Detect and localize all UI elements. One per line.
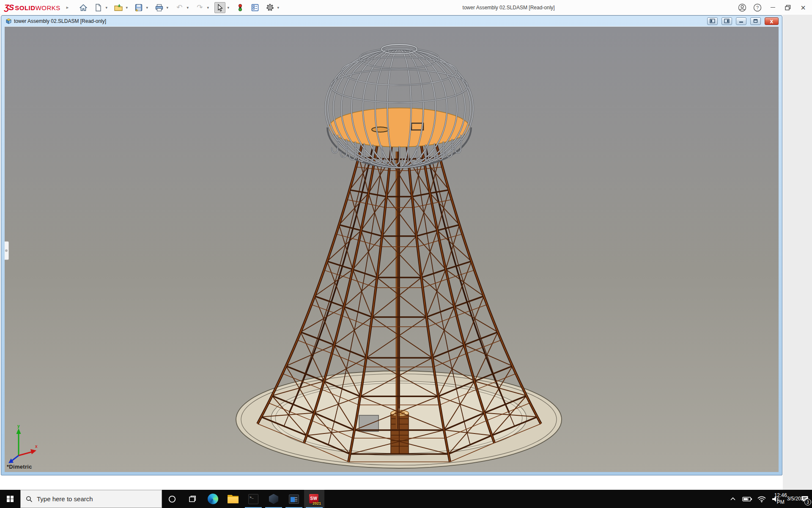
document-window: tower Assembly 02.SLDASM [Read-only] x y… bbox=[1, 15, 782, 475]
doc-split-left-button[interactable] bbox=[707, 17, 718, 25]
windows-taskbar: >_ SW 2021 12:46 PM 3/5/2021 3 bbox=[0, 490, 812, 508]
minimize-button[interactable] bbox=[767, 2, 778, 13]
doc-close-button[interactable]: x bbox=[765, 17, 779, 25]
select-tool-dropdown[interactable]: ▾ bbox=[225, 6, 231, 10]
taskbar-app-file-explorer[interactable] bbox=[223, 490, 243, 508]
doc-close-icon: x bbox=[770, 18, 774, 24]
solidworks-year-badge: 2021 bbox=[313, 501, 321, 505]
feature-tree-collapsed-tab[interactable] bbox=[5, 241, 9, 260]
close-icon: × bbox=[801, 3, 806, 12]
solidworks-logo-bold: SOLID bbox=[15, 4, 35, 11]
tray-time: 12:46 PM bbox=[774, 492, 787, 505]
options-dropdown[interactable]: ▾ bbox=[275, 6, 281, 10]
taskbar-app-hexagon[interactable] bbox=[263, 490, 284, 508]
breadcrumb-chevron-icon[interactable]: ▸ bbox=[66, 5, 69, 10]
app-title-bar: ƷS SOLID WORKS ▸ ▾ ▾ ▾ ▾ ↶ ▾ ↷ ▾ ▾ bbox=[0, 0, 812, 15]
wifi-icon bbox=[757, 496, 766, 502]
edge-icon bbox=[208, 494, 218, 504]
svg-text:?: ? bbox=[756, 5, 759, 10]
tray-wifi-button[interactable] bbox=[754, 490, 769, 508]
redo-dropdown[interactable]: ▾ bbox=[205, 6, 211, 10]
taskbar-app-display[interactable] bbox=[284, 490, 304, 508]
task-view-icon bbox=[188, 495, 197, 503]
cortana-icon bbox=[168, 495, 176, 503]
view-orientation-label: *Dimetric bbox=[7, 464, 32, 470]
minimize-icon bbox=[771, 7, 775, 8]
rebuild-button[interactable] bbox=[235, 2, 246, 13]
print-icon bbox=[155, 3, 164, 12]
solidworks-logo-light: WORKS bbox=[36, 4, 60, 11]
graphics-viewport[interactable]: y x *Dimetric bbox=[5, 26, 779, 472]
new-document-dropdown[interactable]: ▾ bbox=[104, 6, 109, 10]
undo-dropdown[interactable]: ▾ bbox=[185, 6, 190, 10]
document-window-controls: x bbox=[703, 17, 779, 25]
user-account-icon bbox=[738, 3, 747, 12]
gear-icon bbox=[266, 3, 274, 12]
triad-y-label: y bbox=[17, 424, 20, 428]
home-button[interactable] bbox=[78, 2, 89, 13]
search-icon bbox=[26, 496, 33, 502]
save-icon bbox=[134, 3, 143, 12]
select-cursor-icon bbox=[216, 3, 224, 12]
solidworks-icon: SW 2021 bbox=[309, 494, 320, 505]
doc-minimize-icon bbox=[738, 19, 744, 23]
taskbar-app-solidworks[interactable]: SW 2021 bbox=[304, 490, 324, 508]
document-title-bar[interactable]: tower Assembly 02.SLDASM [Read-only] x bbox=[5, 16, 779, 26]
tray-clock[interactable]: 12:46 PM 3/5/2021 bbox=[783, 490, 798, 508]
restore-button[interactable] bbox=[782, 2, 793, 13]
traffic-light-icon bbox=[237, 3, 243, 12]
new-document-icon bbox=[94, 3, 102, 12]
open-dropdown[interactable]: ▾ bbox=[124, 6, 129, 10]
split-pane-left-icon bbox=[710, 19, 715, 23]
undo-button[interactable]: ↶ bbox=[174, 2, 185, 13]
cortana-button[interactable] bbox=[162, 490, 182, 508]
windows-logo-icon bbox=[7, 496, 14, 502]
print-dropdown[interactable]: ▾ bbox=[165, 6, 170, 10]
select-tool-button[interactable] bbox=[214, 2, 225, 13]
solidworks-logo-mark: ƷS bbox=[4, 3, 14, 12]
display-settings-button[interactable] bbox=[250, 2, 261, 13]
new-document-button[interactable] bbox=[93, 2, 104, 13]
redo-icon: ↷ bbox=[197, 3, 203, 12]
model-3d-tower-assembly[interactable] bbox=[5, 27, 779, 472]
tray-chevron-button[interactable] bbox=[726, 490, 740, 508]
solidworks-logo: ƷS SOLID WORKS bbox=[4, 3, 60, 12]
open-button[interactable] bbox=[113, 2, 124, 13]
taskbar-app-edge[interactable] bbox=[203, 490, 223, 508]
print-button[interactable] bbox=[154, 2, 165, 13]
file-explorer-icon bbox=[228, 495, 239, 503]
doc-restore-button[interactable] bbox=[750, 17, 761, 25]
panel-tab-grip-icon bbox=[5, 249, 8, 252]
save-dropdown[interactable]: ▾ bbox=[144, 6, 150, 10]
app-background-right bbox=[783, 15, 812, 490]
document-title: tower Assembly 02.SLDASM [Read-only] bbox=[14, 18, 106, 24]
options-button[interactable] bbox=[264, 2, 275, 13]
command-prompt-icon: >_ bbox=[248, 494, 258, 504]
save-button[interactable] bbox=[133, 2, 144, 13]
app-background-bottom bbox=[0, 475, 783, 490]
system-tray: 12:46 PM 3/5/2021 3 bbox=[726, 490, 812, 508]
task-view-button[interactable] bbox=[182, 490, 203, 508]
titlebar-controls: ? × bbox=[732, 2, 809, 13]
triad-x-label: x bbox=[35, 444, 38, 449]
help-icon: ? bbox=[753, 3, 762, 12]
taskbar-search[interactable] bbox=[20, 490, 162, 508]
undo-icon: ↶ bbox=[176, 3, 182, 12]
help-button[interactable]: ? bbox=[752, 2, 763, 13]
doc-split-right-button[interactable] bbox=[721, 17, 732, 25]
start-button[interactable] bbox=[0, 490, 20, 508]
taskbar-app-command-prompt[interactable]: >_ bbox=[243, 490, 263, 508]
properties-list-icon bbox=[251, 3, 259, 12]
hexagon-app-icon bbox=[269, 494, 279, 504]
tray-battery-button[interactable] bbox=[740, 490, 754, 508]
quick-access-toolbar: ▾ ▾ ▾ ▾ ↶ ▾ ↷ ▾ ▾ ▾ bbox=[78, 2, 285, 13]
restore-icon bbox=[785, 4, 791, 11]
close-button[interactable]: × bbox=[798, 2, 809, 13]
window-title: tower Assembly 02.SLDASM [Read-only] bbox=[285, 5, 732, 11]
account-button[interactable] bbox=[737, 2, 748, 13]
doc-minimize-button[interactable] bbox=[736, 17, 746, 25]
redo-button[interactable]: ↷ bbox=[194, 2, 205, 13]
search-input[interactable] bbox=[37, 495, 151, 502]
assembly-icon bbox=[5, 18, 12, 24]
action-center-button[interactable]: 3 bbox=[798, 490, 812, 508]
